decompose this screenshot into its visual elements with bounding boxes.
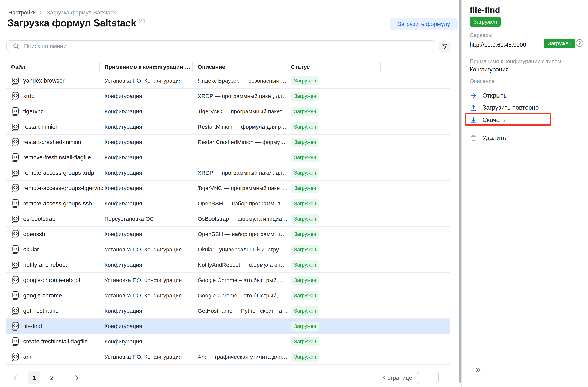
file-code-icon <box>10 92 19 101</box>
search-input[interactable] <box>24 43 435 50</box>
row-config: Конфигурация <box>105 231 198 237</box>
file-name: restart-minion <box>23 123 59 130</box>
status-badge: Загружен <box>291 199 319 208</box>
table-row[interactable]: yandex-browser Установка ПО, Конфигураци… <box>6 73 450 89</box>
collapse-panel-icon[interactable] <box>474 367 483 374</box>
status-badge: Загружен <box>291 184 319 193</box>
upload-icon <box>470 104 477 111</box>
file-name: os-bootstrap <box>23 215 55 222</box>
table-row[interactable]: remote-access-groups-tigervnc Конфигурац… <box>6 181 450 196</box>
table-row[interactable]: remote-access-groups-xrdp Конфигурация, … <box>6 165 450 181</box>
row-config: Конфигурация, <box>105 170 198 176</box>
file-name: restart-crashed-minion <box>23 139 81 146</box>
row-config: Конфигурация <box>105 323 198 329</box>
table-row[interactable]: google-chrome Установка ПО, Конфигурация… <box>6 288 450 303</box>
table-row[interactable]: notify-and-reboot Конфигурация NotifyAnd… <box>6 257 450 273</box>
row-description: RestartMinion — формула для р… <box>198 124 291 130</box>
status-badge: Загружен <box>291 230 319 239</box>
column-header-file[interactable]: Файл <box>10 64 105 70</box>
status-badge: Загружен <box>291 138 319 147</box>
table-row[interactable]: os-bootstrap Переустановка ОС OsBootstra… <box>6 211 450 227</box>
table-row[interactable]: tigervnc Конфигурация TigerVNC — програм… <box>6 104 450 119</box>
row-description: GetHostname — Python скрипт д… <box>198 308 291 314</box>
table-row[interactable]: restart-crashed-minion Конфигурация Rest… <box>6 135 450 150</box>
breadcrumb-item-current: Загрузка формул Saltstack <box>47 9 116 16</box>
goto-page: К странице <box>382 370 439 385</box>
column-divider <box>99 62 100 72</box>
file-name: ark <box>23 353 31 360</box>
row-config: Переустановка ОС <box>105 216 198 222</box>
table-row[interactable]: openssh Конфигурация OpenSSH — набор про… <box>6 227 450 242</box>
status-badge: Загружен <box>291 322 319 331</box>
table-row[interactable]: file-find Конфигурация Загружен <box>6 319 450 334</box>
row-config: Конфигурация, <box>105 185 198 191</box>
description-label: Описание <box>470 78 495 84</box>
file-code-icon <box>10 352 19 362</box>
row-description: XRDP — программный пакет, дл… <box>198 170 291 176</box>
table-row[interactable]: remote-access-groups-ssh Конфигурация, O… <box>6 196 450 211</box>
table-row[interactable]: google-chrome-reboot Установка ПО, Конфи… <box>6 273 450 288</box>
table-row[interactable]: remove-freshinstall-flagfile Конфигураци… <box>6 150 450 165</box>
action-label: Загрузить повторно <box>483 104 539 111</box>
row-config: Конфигурация <box>105 308 198 314</box>
help-icon[interactable]: ? <box>575 39 584 47</box>
pagination-next-button[interactable] <box>71 371 82 384</box>
scrollbar-thumb[interactable] <box>459 0 462 383</box>
table-row[interactable]: okular Установка ПО, Конфигурация Okular… <box>6 242 450 257</box>
pagination-prev-button[interactable] <box>10 371 21 384</box>
row-config: Конфигурация <box>105 154 198 161</box>
column-header-status[interactable]: Статус <box>291 64 380 70</box>
status-badge: Загружен <box>291 92 319 101</box>
panel-title: file-find <box>470 5 500 15</box>
server-status-badge: Загружен <box>544 39 575 48</box>
table-row[interactable]: ark Установка ПО, Конфигурация Ark — гра… <box>6 349 450 365</box>
row-description: OpenSSH — набор программ, п… <box>198 200 291 207</box>
file-code-icon <box>10 214 19 224</box>
row-description: TigerVNC — программный пакет… <box>198 108 291 115</box>
file-code-icon <box>10 230 19 239</box>
status-badge: Загружен <box>291 245 319 254</box>
column-divider <box>192 62 193 72</box>
action-open[interactable]: Открыть <box>470 91 507 100</box>
file-name: remote-access-groups-xrdp <box>23 170 94 176</box>
breadcrumb-item-settings[interactable]: Настройки <box>8 9 36 16</box>
row-description: XRDP — программный пакет, дл… <box>198 93 291 99</box>
column-header-description[interactable]: Описание <box>198 64 291 70</box>
pagination-page-1[interactable]: 1 <box>28 371 41 384</box>
file-name: openssh <box>23 231 45 237</box>
table-row[interactable]: create-freshinstall-flagfile Конфигураци… <box>6 334 450 349</box>
file-name: file-find <box>23 323 42 329</box>
upload-formula-button[interactable]: Загрузить формулу <box>390 18 458 30</box>
action-download[interactable]: Скачать <box>470 115 506 125</box>
table-row[interactable]: restart-minion Конфигурация RestartMinio… <box>6 119 450 135</box>
column-header-config[interactable]: Применимо к конфигурации с… <box>105 64 198 70</box>
file-code-icon <box>10 183 19 193</box>
file-code-icon <box>10 153 19 162</box>
arrow-right-icon <box>470 92 477 99</box>
file-code-icon <box>10 322 19 331</box>
details-panel: file-find Загружен Серверы http://10.9.6… <box>462 0 588 387</box>
row-config: Конфигурация, <box>105 200 198 207</box>
row-description: Google Chrome – это быстрый, … <box>198 277 291 283</box>
items-count: 21 <box>139 18 146 25</box>
row-description: OpenSSH — набор программ, п… <box>198 231 291 237</box>
row-description: Яндекс Браузер — безопасный … <box>198 78 291 84</box>
row-config: Установка ПО, Конфигурация <box>105 292 198 299</box>
row-config: Конфигурация <box>105 139 198 145</box>
pagination-page-2[interactable]: 2 <box>46 371 58 384</box>
table-row[interactable]: get-hostname Конфигурация GetHostname — … <box>6 303 450 319</box>
file-code-icon <box>10 76 19 85</box>
goto-page-input[interactable] <box>417 372 439 384</box>
title-bar: Загрузка формул Saltstack 21 <box>7 17 146 29</box>
file-code-icon <box>10 137 19 147</box>
action-delete[interactable]: Удалить <box>470 133 506 142</box>
row-config: Конфигурация <box>105 93 198 99</box>
filter-button[interactable] <box>439 40 451 52</box>
file-name: get-hostname <box>23 308 59 314</box>
table-row[interactable]: xrdp Конфигурация XRDP — программный пак… <box>6 89 450 104</box>
page-title: Загрузка формул Saltstack <box>7 17 136 29</box>
action-reupload[interactable]: Загрузить повторно <box>470 103 539 112</box>
file-code-icon <box>10 275 19 285</box>
search-field <box>6 40 435 52</box>
file-name: notify-and-reboot <box>23 261 67 268</box>
